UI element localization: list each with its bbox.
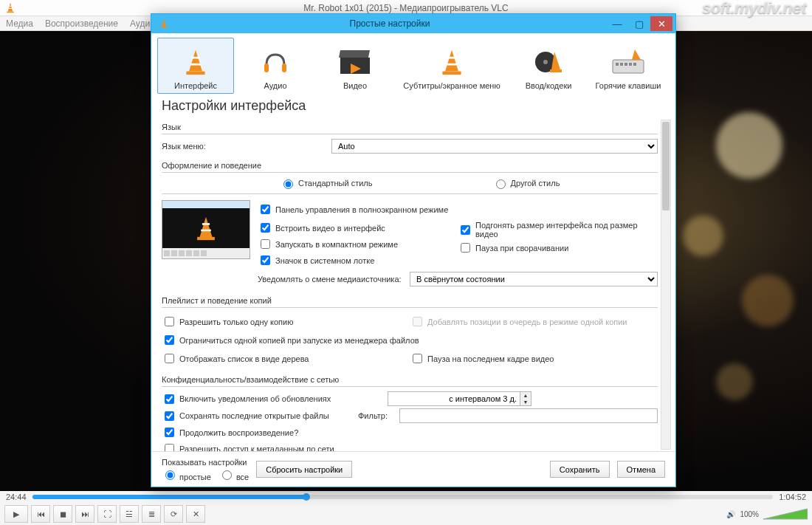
svg-marker-31 — [632, 49, 641, 60]
svg-rect-28 — [625, 63, 627, 66]
cone-icon — [434, 44, 469, 80]
volume-area: 🔊 100% — [726, 507, 808, 521]
next-button[interactable]: ⏭ — [75, 505, 94, 523]
svg-rect-18 — [442, 72, 461, 75]
maximize-button[interactable]: ▢ — [628, 16, 650, 31]
group-privacy: Конфиденциальность/взаимодействие с сеть… — [162, 374, 658, 451]
svg-rect-30 — [633, 63, 636, 66]
stop-button[interactable]: ◼ — [53, 505, 72, 523]
time-current: 24:44 — [6, 493, 27, 501]
fullscreen-button[interactable]: ⛶ — [97, 505, 117, 523]
play-button[interactable]: ▶ — [4, 505, 28, 523]
settings-body: Язык Язык меню: Auto Оформление и поведе… — [151, 118, 675, 451]
svg-marker-0 — [8, 3, 13, 12]
group-look: Оформление и поведение Стандартный стиль… — [162, 159, 658, 289]
svg-rect-25 — [613, 60, 644, 73]
vlc-cone-icon — [159, 18, 169, 30]
playlist-button[interactable]: ≣ — [142, 505, 161, 523]
compact-mode-checkbox[interactable]: Запускать в компактном режиме — [258, 237, 398, 251]
skin-preview — [162, 200, 250, 259]
tab-codecs[interactable]: Ввод/кодеки — [510, 38, 587, 94]
enqueue-checkbox: Добавлять позиции в очередь в режиме одн… — [410, 315, 627, 329]
seek-slider[interactable] — [32, 495, 774, 499]
volume-percent: 100% — [740, 510, 759, 518]
cone-icon — [178, 44, 213, 80]
svg-rect-1 — [7, 12, 14, 13]
embed-video-checkbox[interactable]: Встроить видео в интерфейс — [258, 221, 385, 235]
fullscreen-panel-checkbox[interactable]: Панель управления в полноэкранном режиме — [258, 202, 448, 216]
group-playlist: Плейлист и поведение копий Разрешить тол… — [162, 295, 658, 368]
loop-button[interactable]: ⟳ — [164, 505, 183, 523]
svg-rect-2 — [9, 6, 12, 7]
watermark: soft.mydiv.net — [702, 0, 806, 18]
notify-label: Уведомлять о смене медиаисточника: — [258, 275, 405, 284]
progress-bar-row: 24:44 1:04:52 — [0, 491, 812, 503]
systray-checkbox[interactable]: Значок в системном лотке — [258, 253, 374, 267]
prev-button[interactable]: ⏮ — [31, 505, 50, 523]
time-total: 1:04:52 — [779, 493, 806, 501]
style-standard-radio[interactable]: Стандартный стиль — [280, 177, 373, 189]
svg-rect-9 — [186, 72, 204, 75]
update-interval-spinner[interactable]: ▲▼ — [388, 391, 531, 406]
menu-language-select[interactable]: Auto — [331, 139, 658, 154]
settings-dialog: Простые настройки — ▢ ✕ Интерфейс Аудио … — [151, 13, 676, 487]
playback-controls: ▶ ⏮ ◼ ⏭ ⛶ ☱ ≣ ⟳ ✕ 🔊 100% — [0, 503, 812, 525]
save-button[interactable]: Сохранить — [550, 461, 610, 478]
mode-all-radio[interactable]: все — [219, 468, 249, 481]
speaker-icon[interactable]: 🔊 — [726, 510, 735, 518]
recent-files-checkbox[interactable]: Сохранять последние открытые файлы — [162, 409, 354, 423]
svg-rect-11 — [190, 64, 201, 66]
svg-rect-29 — [629, 63, 632, 66]
tab-subtitles[interactable]: Субтитры/экранное меню — [396, 38, 507, 94]
scrollbar[interactable] — [661, 120, 671, 450]
one-from-fm-checkbox[interactable]: Ограничиться одной копией при запуске из… — [162, 333, 419, 347]
dialog-titlebar[interactable]: Простые настройки — ▢ ✕ — [151, 14, 675, 33]
svg-marker-6 — [162, 18, 166, 27]
svg-rect-24 — [550, 69, 562, 72]
svg-rect-27 — [620, 63, 623, 66]
svg-marker-32 — [200, 217, 213, 237]
svg-marker-8 — [189, 50, 202, 72]
svg-rect-19 — [448, 57, 456, 59]
dialog-footer: Показывать настройки простые все Сбросит… — [151, 451, 675, 487]
disc-icon — [531, 44, 566, 80]
svg-rect-10 — [192, 57, 200, 59]
volume-slider[interactable] — [763, 507, 808, 521]
resize-interface-checkbox[interactable]: Подгонять размер интерфейса под размер в… — [458, 221, 658, 239]
svg-rect-34 — [202, 223, 210, 225]
svg-point-22 — [543, 60, 548, 64]
filter-label: Фильтр: — [358, 411, 395, 420]
dialog-title: Простые настройки — [173, 18, 606, 29]
menu-language-label: Язык меню: — [162, 142, 327, 151]
shuffle-button[interactable]: ✕ — [186, 505, 205, 523]
tab-audio[interactable]: Аудио — [237, 38, 314, 94]
tab-hotkeys[interactable]: Горячие клавиши — [590, 38, 667, 94]
pause-last-frame-checkbox[interactable]: Пауза на последнем кадре видео — [410, 351, 554, 366]
ext-settings-button[interactable]: ☱ — [120, 505, 139, 523]
style-other-radio[interactable]: Другой стиль — [492, 177, 560, 189]
reset-button[interactable]: Сбросить настройки — [256, 461, 352, 478]
one-copy-checkbox[interactable]: Разрешить только одну копию — [162, 315, 293, 329]
minimize-button[interactable]: — — [606, 16, 628, 31]
tab-video[interactable]: Видео — [317, 38, 393, 94]
settings-heading: Настройки интерфейса — [151, 95, 675, 118]
svg-rect-12 — [264, 64, 269, 72]
filter-input[interactable] — [399, 408, 658, 423]
keyboard-icon — [610, 44, 646, 80]
tree-checkbox[interactable]: Отображать список в виде дерева — [162, 351, 309, 366]
pause-minimize-checkbox[interactable]: Пауза при сворачивании — [458, 241, 568, 255]
svg-rect-13 — [282, 64, 286, 72]
group-language: Язык Язык меню: Auto — [162, 121, 658, 154]
continue-playback-checkbox[interactable]: Продолжить воспроизведение? — [162, 425, 298, 439]
close-button[interactable]: ✕ — [650, 16, 672, 31]
svg-marker-15 — [339, 50, 370, 58]
tab-interface[interactable]: Интерфейс — [157, 38, 234, 94]
updates-checkbox[interactable]: Включить уведомления об обновлениях — [162, 392, 383, 406]
metadata-net-checkbox[interactable]: Разрешить доступ к метаданным по сети — [162, 442, 334, 451]
notify-select[interactable]: В свёрнутом состоянии — [410, 272, 658, 286]
menu-media[interactable]: Медиа — [6, 18, 33, 29]
menu-playback[interactable]: Воспроизведение — [45, 18, 118, 29]
mode-simple-radio[interactable]: простые — [162, 468, 211, 481]
cancel-button[interactable]: Отмена — [617, 461, 665, 478]
svg-rect-7 — [161, 26, 167, 27]
